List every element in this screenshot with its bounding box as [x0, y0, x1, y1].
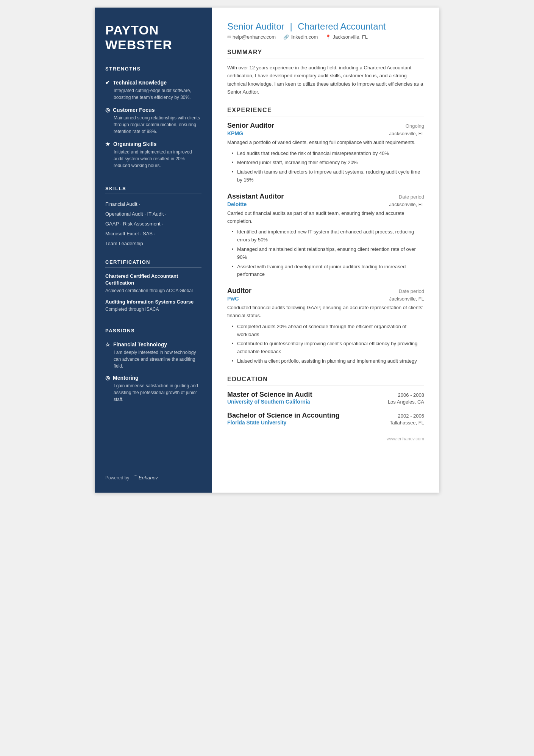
exp-1-company: KPMG: [227, 130, 243, 136]
passion-2-title: Mentoring: [113, 375, 139, 381]
email-contact: ✉ help@enhancv.com: [227, 34, 276, 40]
education-title: EDUCATION: [227, 376, 424, 385]
checkmark-icon: ✔: [105, 80, 110, 86]
circle-icon: ◎: [105, 375, 110, 381]
enhancv-logo: ⌒ Enhancv: [132, 474, 158, 481]
exp-3-company: PwC: [227, 296, 239, 302]
exp-2-date: Date period: [399, 194, 424, 200]
list-item: Assisted with training and development o…: [232, 263, 424, 279]
exp-2-company: Deloitte: [227, 201, 247, 207]
cert-item-1: Chartered Certified Accountant Certifica…: [105, 273, 201, 293]
location-text: Jacksonville, FL: [333, 34, 367, 40]
experience-title: EXPERIENCE: [227, 107, 424, 116]
passion-item-2: ◎ Mentoring I gain immense satisfaction …: [105, 375, 201, 403]
summary-text: With over 12 years experience in the aud…: [227, 64, 424, 96]
exp-3-bullets: Completed audits 20% ahead of schedule t…: [227, 323, 424, 365]
linkedin-icon: 🔗: [283, 34, 289, 40]
certification-section: CERTIFICATION Chartered Certified Accoun…: [105, 259, 201, 317]
contact-row: ✉ help@enhancv.com 🔗 linkedin.com 📍 Jack…: [227, 34, 424, 40]
strength-1-title: Technical Knowledge: [113, 80, 167, 86]
exp-entry-1: Senior Auditor Ongoing KPMG Jacksonville…: [227, 122, 424, 184]
cert-item-2: Auditing Information Systems Course Comp…: [105, 299, 201, 312]
list-item: Mentored junior staff, increasing their …: [232, 159, 424, 167]
edu-1-school: University of Southern California: [227, 399, 310, 405]
experience-section: EXPERIENCE Senior Auditor Ongoing KPMG J…: [227, 107, 424, 365]
cert-1-title: Chartered Certified Accountant Certifica…: [105, 273, 201, 286]
sidebar: PAYTON WEBSTER STRENGTHS ✔ Technical Kno…: [95, 8, 212, 493]
passion-1-title: Financial Technology: [113, 341, 167, 347]
summary-title: SUMMARY: [227, 49, 424, 58]
exp-1-location: Jacksonville, FL: [389, 131, 424, 136]
exp-2-bullets: Identified and implemented new IT system…: [227, 228, 424, 279]
strength-3-title: Organising Skills: [113, 141, 156, 147]
cert-1-sub: Achieved certification through ACCA Glob…: [105, 288, 201, 293]
list-item: Identified and implemented new IT system…: [232, 228, 424, 244]
job-title-block: Senior Auditor | Chartered Accountant: [227, 21, 424, 32]
list-item: Completed audits 20% ahead of schedule t…: [232, 323, 424, 339]
powered-by: Powered by ⌒ Enhancv: [105, 467, 201, 481]
location-contact: 📍 Jacksonville, FL: [325, 34, 367, 40]
exp-1-bullets: Led audits that reduced the risk of fina…: [227, 150, 424, 184]
location-icon: 📍: [325, 34, 331, 40]
skill-5: Team Leadership: [105, 239, 201, 249]
exp-2-summary: Carried out financial audits as part of …: [227, 210, 424, 225]
skill-3: GAAP · Risk Assessment ·: [105, 219, 201, 229]
edu-2-city: Tallahassee, FL: [390, 420, 424, 426]
email-icon: ✉: [227, 34, 231, 40]
passions-title: PASSIONS: [105, 328, 201, 336]
passion-item-1: ☆ Financial Technology I am deeply inter…: [105, 341, 201, 369]
target-icon: ◎: [105, 107, 110, 113]
passions-section: PASSIONS ☆ Financial Technology I am dee…: [105, 328, 201, 408]
list-item: Managed and maintained client relationsh…: [232, 246, 424, 261]
exp-1-summary: Managed a portfolio of varied clients, e…: [227, 139, 424, 147]
exp-entry-3: Auditor Date period PwC Jacksonville, FL…: [227, 287, 424, 365]
skills-list: Financial Audit · Operational Audit · IT…: [105, 199, 201, 249]
edu-2-years: 2002 - 2006: [398, 413, 424, 419]
exp-3-title: Auditor: [227, 287, 251, 295]
skill-1: Financial Audit ·: [105, 199, 201, 209]
certification-title: CERTIFICATION: [105, 259, 201, 268]
strengths-section: STRENGTHS ✔ Technical Knowledge Integrat…: [105, 66, 201, 175]
email-text: help@enhancv.com: [233, 34, 276, 40]
edu-1-degree: Master of Science in Audit: [227, 391, 312, 399]
edu-entry-1: Master of Science in Audit 2006 - 2008 U…: [227, 391, 424, 405]
strength-item-2: ◎ Customer Focus Maintained strong relat…: [105, 107, 201, 135]
skills-section: SKILLS Financial Audit · Operational Aud…: [105, 186, 201, 249]
strengths-title: STRENGTHS: [105, 66, 201, 74]
exp-3-summary: Conducted financial audits following GAA…: [227, 304, 424, 320]
education-section: EDUCATION Master of Science in Audit 200…: [227, 376, 424, 426]
main-content: Senior Auditor | Chartered Accountant ✉ …: [212, 8, 439, 493]
star-outline-icon: ☆: [105, 341, 110, 347]
strength-1-desc: Integrated cutting-edge audit software, …: [105, 87, 201, 101]
candidate-name: PAYTON WEBSTER: [105, 23, 201, 52]
list-item: Liaised with teams and directors to impr…: [232, 168, 424, 184]
exp-2-location: Jacksonville, FL: [389, 202, 424, 207]
edu-entry-2: Bachelor of Science in Accounting 2002 -…: [227, 412, 424, 426]
edu-2-school: Florida State University: [227, 419, 286, 426]
cert-2-sub: Completed through ISACA: [105, 307, 201, 312]
exp-1-title: Senior Auditor: [227, 122, 274, 130]
skill-2: Operational Audit · IT Audit ·: [105, 209, 201, 219]
edu-2-degree: Bachelor of Science in Accounting: [227, 412, 339, 419]
job-title: Senior Auditor | Chartered Accountant: [227, 21, 424, 32]
passion-2-desc: I gain immense satisfaction in guiding a…: [105, 382, 201, 403]
list-item: Liaised with a client portfolio, assisti…: [232, 357, 424, 365]
strength-2-desc: Maintained strong relationships with cli…: [105, 114, 201, 135]
star-icon: ★: [105, 141, 110, 147]
exp-3-date: Date period: [399, 288, 424, 294]
footer-url: www.enhancv.com: [227, 436, 424, 441]
cert-2-title: Auditing Information Systems Course: [105, 299, 201, 305]
strength-item-3: ★ Organising Skills Initiated and implem…: [105, 141, 201, 169]
name-block: PAYTON WEBSTER: [105, 23, 201, 52]
strength-2-title: Customer Focus: [113, 107, 155, 113]
linkedin-contact: 🔗 linkedin.com: [283, 34, 318, 40]
skills-title: SKILLS: [105, 186, 201, 194]
summary-section: SUMMARY With over 12 years experience in…: [227, 49, 424, 96]
list-item: Led audits that reduced the risk of fina…: [232, 150, 424, 158]
skill-4: Microsoft Excel · SAS ·: [105, 229, 201, 239]
list-item: Contributed to quintessentially improvin…: [232, 340, 424, 356]
strength-3-desc: Initiated and implemented an improved au…: [105, 149, 201, 169]
exp-3-location: Jacksonville, FL: [389, 296, 424, 302]
linkedin-text: linkedin.com: [290, 34, 318, 40]
strength-item-1: ✔ Technical Knowledge Integrated cutting…: [105, 80, 201, 101]
